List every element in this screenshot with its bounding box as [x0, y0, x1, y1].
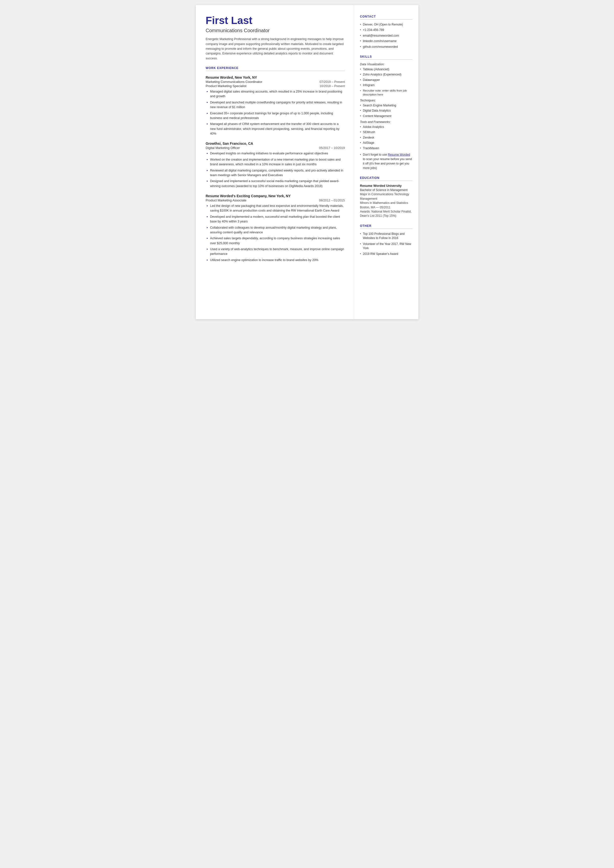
job-block-1: Resume Worded, New York, NY Marketing Co… — [206, 76, 345, 136]
contact-item-2: email@resumeworded.com — [360, 34, 412, 38]
summary: Energetic Marketing Professional with a … — [206, 37, 345, 61]
education-section: EDUCATION Resume Worded University Bache… — [360, 176, 412, 218]
edu-awards: Awards: National Merit Scholar Finalist,… — [360, 210, 412, 218]
job-title-1a: Marketing Communications Coordinator — [206, 80, 262, 84]
skill-dv-3: Infogram — [360, 83, 412, 87]
job-title-1b: Product Marketing Specialist — [206, 84, 247, 88]
right-column: CONTACT Denver, OH (Open to Remote) +1-2… — [354, 5, 419, 319]
skills-recruiter-note: Recruiter note: enter skills from job de… — [360, 89, 412, 97]
work-experience-header: WORK EXPERIENCE — [206, 66, 345, 71]
bullet-3-0: Led the design of new packaging that use… — [207, 203, 345, 213]
bullet-2-0: Developed insights on marketing initiati… — [207, 151, 345, 156]
job-dates-1b: 10/2018 – Present — [319, 84, 345, 88]
job-title-3a: Product Marketing Associate — [206, 199, 247, 202]
skill-dv-0: Tableau (Advanced) — [360, 67, 412, 71]
job-company-1: Resume Worded, New York, NY — [206, 76, 345, 79]
skill-tool-1: SEMrush — [360, 130, 412, 134]
skill-tool-3: AdStage — [360, 141, 412, 145]
job-block-3: Resume Worded's Exciting Company, New Yo… — [206, 194, 345, 262]
skills-promo: Don't forget to use Resume Worded to sca… — [360, 152, 412, 170]
edu-block-1: Resume Worded University Bachelor of Sci… — [360, 184, 412, 218]
bullet-2-1: Worked on the creation and implementatio… — [207, 157, 345, 167]
skill-dv-1: Zoho Analytics (Experienced) — [360, 73, 412, 77]
edu-school: Resume Worded University — [360, 184, 412, 188]
job-title-2a: Digital Marketing Officer — [206, 146, 240, 150]
other-item-0: Top 100 Professional Blogs and Websites … — [360, 232, 412, 241]
other-header: OTHER — [360, 224, 412, 229]
bullet-2-2: Reviewed all digital marketing campaigns… — [207, 168, 345, 178]
contact-list: Denver, OH (Open to Remote) +1-234-456-7… — [360, 23, 412, 49]
job-row-3a: Product Marketing Associate 08/2012 – 01… — [206, 199, 345, 202]
work-experience-section: WORK EXPERIENCE Resume Worded, New York,… — [206, 66, 345, 262]
data-viz-list: Tableau (Advanced) Zoho Analytics (Exper… — [360, 67, 412, 88]
name-title-block: First Last Communications Coordinator En… — [206, 15, 345, 61]
other-list: Top 100 Professional Blogs and Websites … — [360, 232, 412, 256]
edu-degree: Bachelor of Science in Management — [360, 188, 412, 192]
bullet-3-4: Used a variety of web-analytics techniqu… — [207, 247, 345, 256]
bullet-3-5: Utilized search engine optimization to i… — [207, 258, 345, 262]
contact-section: CONTACT Denver, OH (Open to Remote) +1-2… — [360, 15, 412, 49]
edu-location-date: Boston, MA — 05/2011 — [360, 205, 412, 210]
skills-section: SKILLS Data Visualization: Tableau (Adva… — [360, 55, 412, 170]
tools-list: Adobe Analytics SEMrush Zendesk AdStage … — [360, 125, 412, 151]
resume-container: First Last Communications Coordinator En… — [196, 5, 419, 319]
full-name: First Last — [206, 15, 345, 26]
resume-worded-link[interactable]: Resume Worded — [388, 153, 410, 156]
skill-tool-2: Zendesk — [360, 136, 412, 140]
other-item-2: 2019 RW Speaker's Award — [360, 252, 412, 256]
job-block-2: Growthsi, San Francisco, CA Digital Mark… — [206, 141, 345, 189]
techniques-list: Search Engine Marketing Digital Data Ana… — [360, 103, 412, 118]
other-item-1: Volunteer of the Year 2017, RW New York — [360, 242, 412, 251]
contact-item-3: linkedin.com/in/username — [360, 39, 412, 43]
contact-item-0: Denver, OH (Open to Remote) — [360, 23, 412, 27]
edu-major: Major in Communications Technology Manag… — [360, 192, 412, 201]
job-dates-3a: 08/2012 – 01/2015 — [319, 199, 345, 202]
skill-tool-0: Adobe Analytics — [360, 125, 412, 129]
job-dates-1a: 07/2019 – Present — [319, 80, 345, 84]
job-bullets-2: Developed insights on marketing initiati… — [206, 151, 345, 189]
techniques-label: Techniques: — [360, 99, 412, 102]
contact-item-1: +1-234-456-789 — [360, 28, 412, 32]
job-row-1b: Product Marketing Specialist 10/2018 – P… — [206, 84, 345, 88]
job-row-1a: Marketing Communications Coordinator 07/… — [206, 80, 345, 84]
data-viz-label: Data Visualization: — [360, 63, 412, 66]
left-column: First Last Communications Coordinator En… — [196, 5, 354, 319]
bullet-1-1: Developed and launched multiple crowdfun… — [207, 100, 345, 110]
skill-dv-2: Datawrapper — [360, 78, 412, 82]
job-row-2a: Digital Marketing Officer 05/2017 – 10/2… — [206, 146, 345, 150]
skill-tech-0: Search Engine Marketing — [360, 103, 412, 108]
bullet-1-2: Executed 35+ corporate product trainings… — [207, 111, 345, 121]
bullet-3-1: Developed and implemented a modern, succ… — [207, 214, 345, 224]
skill-tech-2: Content Management — [360, 114, 412, 118]
bullet-1-0: Managed digital sales streaming accounts… — [207, 89, 345, 99]
tools-label: Tools and Frameworks: — [360, 120, 412, 124]
skills-header: SKILLS — [360, 55, 412, 60]
job-title: Communications Coordinator — [206, 28, 345, 33]
bullet-1-3: Managed all phases of CRM system enhance… — [207, 122, 345, 136]
bullet-2-3: Designed and implemented a successful so… — [207, 179, 345, 189]
edu-minors: Minors in Mathematics and Statistics — [360, 201, 412, 205]
job-company-2: Growthsi, San Francisco, CA — [206, 141, 345, 146]
job-bullets-3: Led the design of new packaging that use… — [206, 203, 345, 262]
skill-tool-4: TrackMaven — [360, 146, 412, 151]
job-dates-2a: 05/2017 – 10/2019 — [319, 146, 345, 150]
bullet-3-3: Achieved sales targets dependably, accor… — [207, 236, 345, 246]
job-company-3: Resume Worded's Exciting Company, New Yo… — [206, 194, 345, 198]
contact-header: CONTACT — [360, 15, 412, 20]
other-section: OTHER Top 100 Professional Blogs and Web… — [360, 224, 412, 256]
education-header: EDUCATION — [360, 176, 412, 181]
job-bullets-1: Managed digital sales streaming accounts… — [206, 89, 345, 136]
bullet-3-2: Collaborated with colleagues to develop … — [207, 225, 345, 235]
contact-item-4: github.com/resumeworded — [360, 45, 412, 49]
skill-tech-1: Digital Data Analytics — [360, 109, 412, 113]
